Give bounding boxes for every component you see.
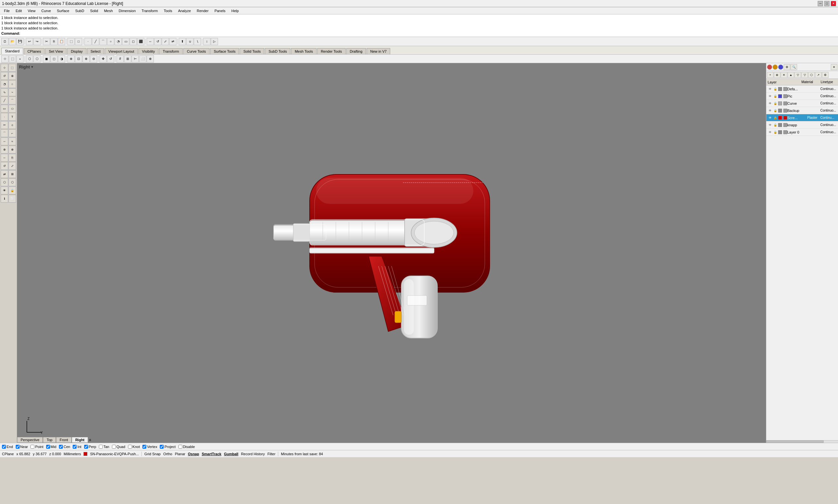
menu-surface[interactable]: Surface (54, 8, 72, 14)
grid-btn[interactable]: # (117, 55, 124, 62)
freeform-btn[interactable]: ∿ (1, 88, 8, 96)
tab-solid-tools[interactable]: Solid Tools (239, 48, 264, 54)
zoom-in-btn[interactable]: ⊕ (83, 55, 90, 62)
tab-display[interactable]: Display (67, 48, 86, 54)
wire-btn[interactable]: ◻ (50, 55, 58, 62)
menu-transform[interactable]: Transform (139, 8, 161, 14)
layer-row-default[interactable]: 👁 🔒 Defa... Continuo... (766, 86, 838, 93)
filter-layers-btn[interactable]: ▽ (801, 72, 808, 78)
paste-btn[interactable]: 📋 (58, 38, 65, 45)
layer-row-curve[interactable]: 👁 🔒 Curve Continuo... (766, 100, 838, 107)
snap-near-checkbox[interactable] (16, 445, 20, 449)
layer-row-layer0[interactable]: 👁 🔒 Layer 0 Continuo... (766, 129, 838, 136)
trim-btn[interactable]: ✂ (1, 121, 8, 129)
layer-color-screw[interactable] (778, 116, 782, 120)
offset-btn[interactable]: ↔ (1, 138, 8, 145)
new-layer-btn[interactable]: + (767, 72, 773, 78)
layer-row-knapp[interactable]: 👁 🔒 knapp Continuo... (766, 122, 838, 129)
snap-btn[interactable]: ⊞ (124, 55, 131, 62)
viewport-tab-top[interactable]: Top (43, 437, 56, 443)
snap-point-label[interactable]: Point (35, 445, 43, 449)
split-btn[interactable]: ⌽ (8, 121, 16, 129)
layer-row-pic[interactable]: 👁 🔒 Pic Continuo... (766, 93, 838, 100)
layer-mat-layer0[interactable] (783, 130, 787, 134)
minimize-button[interactable]: ─ (818, 1, 823, 6)
arc-btn[interactable]: ◔ (114, 38, 122, 45)
layers-color1-btn[interactable] (767, 65, 772, 70)
tab-curve-tools[interactable]: Curve Tools (183, 48, 210, 54)
move-layer-down-btn[interactable]: ▽ (795, 72, 801, 78)
layer-lock-default[interactable]: 🔒 (773, 87, 778, 91)
tab-mesh-tools[interactable]: Mesh Tools (291, 48, 316, 54)
viewport-tab-perspective[interactable]: Perspective (17, 437, 43, 443)
join-btn[interactable]: ⊕ (1, 146, 8, 154)
boolean-diff-btn[interactable]: ∖ (194, 38, 201, 45)
lock-btn[interactable]: 🔒 (8, 186, 16, 194)
viewport-label[interactable]: Right ▼ (19, 65, 34, 69)
ungroup-btn[interactable]: ⬡ (8, 178, 16, 186)
filter-status[interactable]: Filter (267, 452, 275, 456)
snap-tan-checkbox[interactable] (99, 445, 103, 449)
tab-viewport-layout[interactable]: Viewport Layout (105, 48, 138, 54)
menu-curve[interactable]: Curve (39, 8, 53, 14)
tab-transform[interactable]: Transform (159, 48, 183, 54)
layer-settings-btn[interactable]: ⚙ (822, 72, 828, 78)
new-file-btn[interactable]: 🗋 (1, 38, 8, 45)
blend-btn[interactable]: ≈ (8, 138, 16, 145)
redo-btn[interactable]: ↪ (33, 38, 40, 45)
array-btn[interactable]: ⊞ (8, 170, 16, 178)
snap-mid-checkbox[interactable] (46, 445, 50, 449)
point-left-btn[interactable]: · (1, 113, 8, 121)
point-btn[interactable]: · (85, 38, 92, 45)
rotate-left-btn[interactable]: ↺ (1, 162, 8, 170)
explode-btn[interactable]: ⊗ (8, 146, 16, 154)
menu-panels[interactable]: Panels (212, 8, 228, 14)
move-btn[interactable]: ↔ (147, 38, 154, 45)
layer-mat-curve[interactable] (783, 102, 787, 105)
change-layer-btn[interactable]: ↗ (815, 72, 822, 78)
select-objects-btn[interactable]: ⊹ (1, 64, 8, 72)
layer-lock-curve[interactable]: 🔒 (773, 101, 778, 106)
menu-view[interactable]: View (25, 8, 38, 14)
layers-search-btn[interactable]: 🔍 (790, 64, 797, 70)
extrude-btn[interactable]: ⬆ (179, 38, 186, 45)
copy-btn[interactable]: ⎘ (50, 38, 58, 45)
tab-visibility[interactable]: Visibility (139, 48, 159, 54)
named-views-btn[interactable]: ⬜ (8, 195, 16, 202)
properties-btn[interactable]: ℹ (1, 195, 8, 202)
layer-visible-pic[interactable]: 👁 (768, 94, 772, 98)
tab-subd-tools[interactable]: SubD Tools (265, 48, 290, 54)
boolean-union-btn[interactable]: ∪ (186, 38, 194, 45)
snap-end-checkbox[interactable] (2, 445, 6, 449)
gumball-status[interactable]: Gumball (224, 452, 238, 456)
zoom-window-btn[interactable]: ⊡ (75, 55, 82, 62)
snap-perp-label[interactable]: Perp (89, 445, 96, 449)
surface-btn[interactable]: ◻ (130, 38, 137, 45)
layer-lock-backup[interactable]: 🔒 (773, 108, 778, 113)
snap-disable-checkbox[interactable] (178, 445, 182, 449)
snap-quad-label[interactable]: Quad (117, 445, 125, 449)
planar-status[interactable]: Planar (175, 452, 185, 456)
snap-end-label[interactable]: End (6, 445, 13, 449)
snap-knot-label[interactable]: Knot (132, 445, 140, 449)
layer-visible-curve[interactable]: 👁 (768, 101, 772, 106)
window-select-btn[interactable]: ⬚ (9, 55, 16, 62)
layer-mat-backup[interactable] (783, 109, 787, 112)
layer-lock-pic[interactable]: 🔒 (773, 94, 778, 98)
record-history-status[interactable]: Record History (241, 452, 265, 456)
save-btn[interactable]: 💾 (16, 38, 23, 45)
snap-cen-label[interactable]: Cen (64, 445, 70, 449)
snap-knot-checkbox[interactable] (128, 445, 132, 449)
layer-visible-backup[interactable]: 👁 (768, 108, 772, 113)
select-all-btn[interactable]: ⬚ (68, 38, 75, 45)
arc-tool-btn[interactable]: ◔ (1, 80, 8, 88)
tab-select[interactable]: Select (87, 48, 104, 54)
snap-point-checkbox[interactable] (31, 445, 34, 449)
ortho-btn[interactable]: ⊢ (131, 55, 139, 62)
invert-select-btn[interactable]: ⬡ (33, 55, 40, 62)
rotate-view-btn[interactable]: ↺ (107, 55, 114, 62)
tab-surface-tools[interactable]: Surface Tools (210, 48, 239, 54)
group-btn[interactable]: ⬡ (1, 178, 8, 186)
layer-color-curve[interactable] (778, 102, 782, 105)
pan-btn[interactable]: ✥ (100, 55, 107, 62)
